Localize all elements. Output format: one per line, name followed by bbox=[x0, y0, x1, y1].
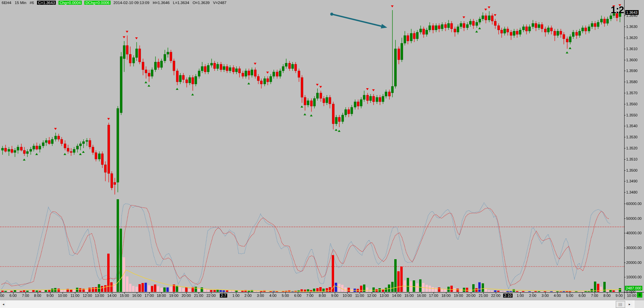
volume-tick-label: 10000.00 bbox=[626, 275, 642, 279]
time-tick-label: 9:00 bbox=[46, 294, 53, 298]
time-tick-label: 13:00 bbox=[379, 294, 389, 298]
volume-tick-label: 20000.00 bbox=[626, 261, 642, 265]
price-tick-label: 1.3500 bbox=[626, 168, 638, 172]
time-tick-label: 3:00 bbox=[541, 294, 549, 298]
time-tick-label: 12:00 bbox=[367, 294, 376, 298]
scrollbar-corner bbox=[635, 300, 644, 308]
daily-change-value-box: DChg=0.0006 bbox=[84, 1, 110, 5]
time-tick-label: 8:00 bbox=[319, 294, 326, 298]
price-chart-canvas[interactable] bbox=[0, 0, 644, 308]
trading-chart-window: 6EH4 15 Min #6 C=1.3643 Chg=0.0004 DChg=… bbox=[0, 0, 644, 308]
time-tick-label: 11:00 bbox=[355, 294, 364, 298]
time-tick-label: 22:00 bbox=[206, 294, 216, 298]
price-tick-label: 1.3480 bbox=[626, 190, 638, 194]
datetime-label: 2014-02-10 09:13:09 bbox=[113, 1, 150, 5]
time-tick-label: 22:00 bbox=[491, 294, 500, 298]
time-tick-label: 1:00 bbox=[232, 294, 239, 298]
time-tick-label: 10:00 bbox=[343, 294, 352, 298]
time-tick-label: 21:00 bbox=[479, 294, 488, 298]
time-tick-label: 6:00 bbox=[9, 294, 16, 298]
open-label: O=1.3639 bbox=[192, 1, 210, 5]
time-tick-label: 8:00 bbox=[603, 294, 610, 298]
time-tick-label: 15:00 bbox=[404, 294, 414, 298]
price-tick-label: 1.3510 bbox=[626, 157, 638, 161]
time-tick-label: 7:00 bbox=[591, 294, 598, 298]
horizontal-scrollbar[interactable]: ◂ ||| ▸ bbox=[0, 300, 644, 308]
time-tick-label: 20:00 bbox=[182, 294, 191, 298]
time-tick-label: 10:00 bbox=[58, 294, 67, 298]
volume-tick-label: 40000.00 bbox=[626, 231, 642, 235]
price-tick-label: 1.3530 bbox=[626, 135, 638, 139]
time-tick-label: 11:00 bbox=[71, 294, 80, 298]
time-tick-label: 5:00 bbox=[282, 294, 289, 298]
high-label: H=1.3646 bbox=[152, 1, 170, 5]
time-tick-label: 13:00 bbox=[95, 294, 104, 298]
time-tick-label: 7:00 bbox=[22, 294, 29, 298]
time-tick-label: 7:00 bbox=[306, 294, 313, 298]
price-tick-label: 1.3550 bbox=[626, 113, 638, 117]
bar-number-label: #6 bbox=[29, 1, 34, 5]
volume-tick-label: 30000.00 bbox=[626, 246, 642, 250]
scroll-right-arrow-icon[interactable]: ▸ bbox=[627, 301, 633, 307]
symbol-label: 6EH4 bbox=[1, 1, 12, 5]
price-tick-label: 1.3540 bbox=[626, 124, 638, 128]
time-tick-label: 5:00 bbox=[0, 294, 4, 298]
time-tick-label: 4:00 bbox=[554, 294, 561, 298]
price-tick-label: 1.3590 bbox=[626, 69, 638, 73]
chart-header: 6EH4 15 Min #6 C=1.3643 Chg=0.0004 DChg=… bbox=[1, 0, 227, 5]
time-tick-label: 16:00 bbox=[132, 294, 142, 298]
timeframe-label: 15 Min bbox=[14, 1, 27, 5]
time-tick-label: 21:00 bbox=[194, 294, 203, 298]
price-tick-label: 1.3610 bbox=[626, 47, 638, 51]
price-tick-label: 1.3630 bbox=[626, 25, 638, 29]
time-tick-label: 10:00 bbox=[627, 294, 636, 298]
scale-ratio-label: 1:2 bbox=[601, 4, 624, 15]
price-tick-label: 1.3560 bbox=[626, 102, 638, 106]
time-tick-label: 17:00 bbox=[429, 294, 438, 298]
low-label: L=1.3634 bbox=[173, 1, 190, 5]
time-tick-label: 2:00 bbox=[244, 294, 251, 298]
close-value-box: C=1.3643 bbox=[37, 1, 56, 5]
time-tick-label: 8:00 bbox=[34, 294, 41, 298]
price-tick-label: 1.3520 bbox=[626, 146, 638, 150]
time-tick-label: 3:00 bbox=[257, 294, 264, 298]
time-tick-label: 5:00 bbox=[566, 294, 573, 298]
time-tick-label: 2:00 bbox=[529, 294, 536, 298]
time-tick-label: 9:00 bbox=[615, 294, 622, 298]
time-tick-label: 14:00 bbox=[392, 294, 401, 298]
change-value-box: Chg=0.0004 bbox=[58, 1, 82, 5]
volume-label: V=2487 bbox=[213, 1, 227, 5]
time-tick-label: 18:00 bbox=[441, 294, 451, 298]
time-tick-label: 1:00 bbox=[517, 294, 524, 298]
time-tick-label: 19:00 bbox=[454, 294, 463, 298]
volume-tick-label: 50000.00 bbox=[626, 216, 642, 220]
volume-tick-label: 60000.00 bbox=[626, 202, 642, 206]
time-tick-label: 17:00 bbox=[145, 294, 154, 298]
session-date-label: 2-10 bbox=[503, 294, 513, 298]
last-volume-box: 2487.000 bbox=[625, 286, 642, 290]
time-tick-label: 6:00 bbox=[578, 294, 586, 298]
price-tick-label: 1.3620 bbox=[626, 36, 638, 40]
time-tick-label: 15:00 bbox=[120, 294, 129, 298]
scrollbar-grip-icon[interactable]: ||| bbox=[616, 301, 625, 308]
time-tick-label: 16:00 bbox=[417, 294, 426, 298]
price-tick-label: 1.3600 bbox=[626, 58, 638, 62]
time-tick-label: 9:00 bbox=[331, 294, 338, 298]
last-price-box: 1.3643 bbox=[625, 10, 639, 15]
time-tick-label: 4:00 bbox=[269, 294, 276, 298]
time-tick-label: 20:00 bbox=[466, 294, 476, 298]
price-tick-label: 1.3570 bbox=[626, 91, 638, 95]
session-date-label: 2-7 bbox=[220, 294, 227, 298]
time-tick-label: 12:00 bbox=[83, 294, 92, 298]
scroll-left-arrow-icon[interactable]: ◂ bbox=[1, 301, 6, 307]
time-tick-label: 14:00 bbox=[107, 294, 117, 298]
chart-number-badge[interactable]: 8 bbox=[637, 293, 642, 298]
price-tick-label: 1.3580 bbox=[626, 80, 638, 84]
time-tick-label: 18:00 bbox=[157, 294, 166, 298]
time-tick-label: 6:00 bbox=[294, 294, 301, 298]
time-tick-label: 19:00 bbox=[169, 294, 178, 298]
price-tick-label: 1.3490 bbox=[626, 179, 638, 183]
